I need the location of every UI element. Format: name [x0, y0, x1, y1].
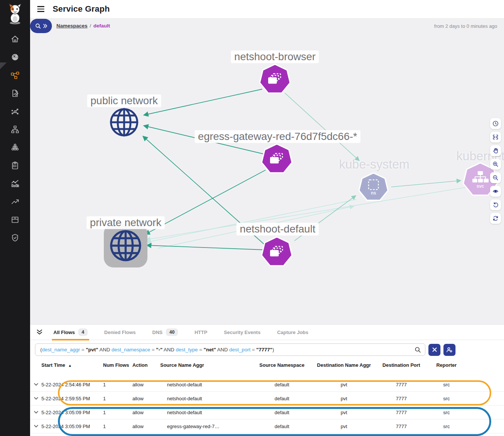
tab-http[interactable]: HTTP	[193, 325, 209, 340]
graph-search-button[interactable]	[30, 19, 52, 33]
row-expand-chevron-icon[interactable]	[30, 411, 41, 414]
dashboard-gauge-icon	[11, 53, 20, 62]
cell-source-name: netshoot-default	[159, 382, 251, 387]
tab-capture-jobs[interactable]: Capture Jobs	[276, 325, 310, 340]
network-topology-icon	[11, 125, 20, 134]
node-sublabel-ns: ns	[371, 190, 376, 196]
query-paren: )	[272, 347, 274, 352]
flows-tabs-bar: All Flows 4 Denied Flows DNS 40 HTTP Sec…	[30, 325, 504, 340]
cell-destination-name: pvt	[313, 424, 375, 429]
tab-security-events[interactable]: Security Events	[222, 325, 262, 340]
refresh-icon	[492, 215, 499, 222]
sidebar-item-cluster[interactable]	[0, 138, 30, 156]
tab-denied-flows[interactable]: Denied Flows	[103, 325, 137, 340]
sidebar-item-compliance[interactable]	[0, 156, 30, 175]
cell-num-flows: 1	[102, 382, 130, 387]
node-label-egress-gateway[interactable]: egress-gateway-red-76d7f5dc66-*	[194, 130, 360, 143]
query-value: "pvt"	[86, 347, 98, 352]
zoom-out-icon	[492, 175, 499, 181]
cell-source-namespace: default	[251, 396, 313, 401]
col-reporter[interactable]: Reporter	[428, 362, 465, 368]
user-settings-button[interactable]	[443, 344, 455, 356]
node-label-private-network[interactable]: private network	[87, 216, 165, 229]
calico-cat-logo[interactable]	[7, 3, 23, 26]
undo-icon	[492, 202, 499, 208]
filter-search-icon[interactable]	[414, 346, 421, 354]
cell-action: allow	[130, 396, 159, 401]
table-row[interactable]: 5-22-2024 2:59:55 PM 1 allow netshoot-de…	[30, 392, 504, 406]
sidebar-item-home[interactable]	[0, 30, 30, 48]
table-row[interactable]: 5-22-2024 3:05:09 PM 1 allow egress-gate…	[30, 419, 504, 433]
tab-dns[interactable]: DNS 40	[151, 325, 179, 340]
visibility-button[interactable]	[490, 186, 501, 197]
query-field: dest_name_aggr	[42, 347, 80, 352]
sidebar-item-trends[interactable]	[0, 193, 30, 211]
undo-button[interactable]	[490, 199, 501, 210]
node-private-network[interactable]	[104, 224, 147, 267]
page-title: Service Graph	[53, 4, 110, 14]
row-expand-chevron-icon[interactable]	[30, 383, 41, 386]
zoom-in-button[interactable]	[490, 159, 501, 170]
breadcrumb-current: default	[93, 23, 110, 29]
sidebar-item-connections[interactable]	[0, 102, 30, 120]
home-icon	[11, 35, 20, 44]
tab-badge: 4	[78, 328, 88, 336]
time-button[interactable]	[490, 118, 501, 129]
row-expand-chevron-icon[interactable]	[30, 397, 41, 400]
col-num-flows[interactable]: Num Flows	[102, 362, 130, 368]
cell-action: allow	[130, 410, 159, 415]
pan-button[interactable]	[490, 145, 501, 156]
table-row[interactable]: 5-22-2024 2:54:46 PM 1 allow netshoot-de…	[30, 378, 504, 392]
service-icon	[472, 171, 489, 183]
col-start-time[interactable]: Start Time ▲	[41, 362, 102, 368]
cell-start-time: 5-22-2024 2:54:46 PM	[41, 382, 102, 387]
cell-reporter: src	[428, 382, 465, 387]
sidebar-item-topology[interactable]	[0, 120, 30, 138]
chevron-double-right-icon	[43, 24, 47, 28]
sidebar-item-reports[interactable]	[0, 175, 30, 193]
col-destination-name-aggr[interactable]: Destination Name Aggr	[313, 362, 375, 368]
cell-source-name: egress-gateway-red-7…	[159, 424, 251, 429]
col-source-namespace[interactable]: Source Namespace	[251, 362, 313, 368]
col-source-name-aggr[interactable]: Source Name Aggr	[159, 362, 251, 368]
node-label-netshoot-default[interactable]: netshoot-default	[237, 223, 319, 235]
clear-filter-button[interactable]	[428, 344, 440, 356]
app-window: Service Graph	[0, 0, 504, 436]
menu-button[interactable]	[36, 5, 46, 14]
node-public-network[interactable]	[109, 107, 139, 139]
flows-filter-input[interactable]: (dest_name_aggr = "pvt" AND dest_namespa…	[35, 343, 425, 356]
collapse-panel-button[interactable]	[36, 329, 43, 335]
node-label-public-network[interactable]: public network	[87, 94, 161, 107]
sidebar-item-service-graph[interactable]	[0, 66, 30, 84]
clipboard-list-icon	[11, 161, 20, 170]
query-value: "-"	[156, 347, 162, 352]
col-action[interactable]: Action	[130, 362, 159, 368]
breadcrumb-separator: /	[90, 23, 91, 29]
service-graph-canvas[interactable]: Namespaces/default from 2 days to 0 minu…	[30, 18, 504, 324]
node-label-kube-system: kube-system	[339, 157, 409, 172]
globe-icon	[109, 229, 142, 262]
fit-screen-button[interactable]	[490, 132, 501, 143]
cell-source-namespace: default	[251, 424, 313, 429]
row-expand-chevron-icon[interactable]	[30, 425, 41, 428]
trend-arrow-icon	[11, 197, 20, 206]
col-destination-port[interactable]: Destination Port	[375, 362, 428, 368]
tab-label: Denied Flows	[104, 330, 136, 335]
sidebar-item-policies[interactable]	[0, 84, 30, 102]
cell-destination-port: 7777	[375, 382, 428, 387]
tab-all-flows[interactable]: All Flows 4	[52, 325, 89, 340]
query-operator: =	[150, 347, 156, 352]
table-row[interactable]: 5-22-2024 3:05:09 PM 1 allow netshoot-de…	[30, 406, 504, 419]
globe-icon	[109, 107, 139, 137]
refresh-button[interactable]	[490, 213, 501, 224]
policies-edit-icon	[11, 89, 20, 98]
archive-box-icon	[11, 215, 20, 224]
cell-source-namespace: default	[251, 382, 313, 387]
sidebar-item-registry[interactable]	[0, 211, 30, 229]
zoom-out-button[interactable]	[490, 172, 501, 183]
breadcrumb-namespaces-link[interactable]: Namespaces	[56, 23, 88, 29]
query-value: "net"	[203, 347, 216, 352]
node-label-netshoot-browser[interactable]: netshoot-browser	[231, 50, 319, 63]
graph-edges	[30, 18, 504, 324]
sidebar-item-threat-defense[interactable]	[0, 229, 30, 247]
